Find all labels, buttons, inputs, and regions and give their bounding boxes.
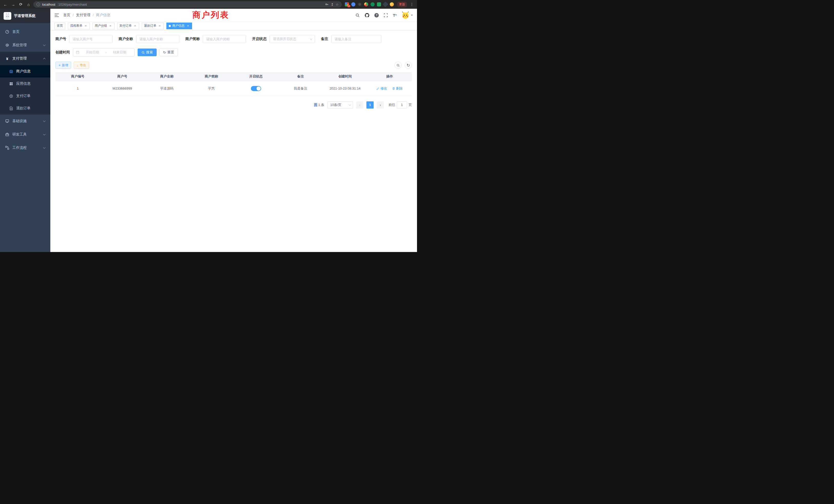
extension-icon-1[interactable]: 10 — [345, 2, 349, 6]
goto-page-input[interactable] — [397, 101, 407, 109]
column-header: 操作 — [368, 72, 412, 81]
sidebar-item-label: 商户信息 — [16, 69, 30, 74]
help-icon[interactable]: ? — [374, 13, 379, 18]
search-icon[interactable] — [355, 13, 360, 18]
search-button[interactable]: 搜索 — [138, 48, 157, 56]
home-icon[interactable]: ⌂ — [26, 2, 31, 7]
breadcrumb-current: 商户信息 — [96, 13, 110, 18]
extension-icon-4[interactable] — [364, 2, 368, 6]
tab-pay-order[interactable]: 支付订单× — [117, 23, 139, 29]
chrome-update-button[interactable]: 更新 — [397, 2, 407, 7]
chevron-down-icon — [43, 120, 46, 122]
chevron-down-icon — [43, 146, 46, 149]
breadcrumb-home[interactable]: 首页 — [63, 13, 70, 18]
fullscreen-icon[interactable] — [383, 13, 388, 18]
merchant-id-input[interactable] — [69, 35, 112, 43]
tab-home[interactable]: 首页 — [54, 23, 65, 29]
extension-icon-8[interactable] — [390, 2, 394, 6]
merchant-short-name-label: 商户简称 — [185, 37, 200, 41]
column-header: 商户号 — [100, 72, 145, 81]
share-icon[interactable]: ↥ — [331, 3, 333, 6]
tab-user-group[interactable]: 用户分组× — [92, 23, 114, 29]
sidebar-item-system[interactable]: 系统管理 — [0, 39, 50, 52]
sidebar-item-dev-tools[interactable]: 研发工具 — [0, 128, 50, 141]
app-logo[interactable]: 芋道管理系统 — [0, 9, 50, 23]
chevron-down-icon — [349, 103, 351, 106]
caret-down-icon — [411, 15, 413, 16]
delete-button[interactable]: 删除 — [392, 86, 403, 91]
edit-pen-icon — [376, 87, 379, 90]
sidebar-item-refund-order[interactable]: 退款订单 — [0, 102, 50, 114]
extension-icon-6[interactable] — [377, 2, 381, 6]
red-annotation-text: 商户列表 — [192, 9, 229, 21]
close-icon[interactable]: × — [84, 24, 88, 28]
extensions-area: 10 — [344, 2, 395, 6]
tags-view: 首页 流程表单× 用户分组× 支付订单× 退款订单× 商户信息× — [50, 22, 417, 30]
next-page-button[interactable]: › — [377, 101, 384, 109]
close-icon[interactable]: × — [133, 24, 137, 28]
cell-full-name: 芋道源码 — [145, 81, 189, 96]
breadcrumb: 首页 / 支付管理 / 商户信息 — [63, 13, 110, 18]
navbar-actions: ? TT — [355, 11, 413, 19]
page-info-icon[interactable]: i — [37, 3, 40, 6]
reload-icon[interactable]: ⟳ — [18, 2, 24, 7]
page-number-1[interactable]: 1 — [367, 101, 374, 109]
bookmark-star-icon[interactable]: ☆ — [336, 3, 339, 6]
tab-refund-order[interactable]: 退款订单× — [142, 23, 164, 29]
create-time-range-picker[interactable]: 开始日期 - 结束日期 — [73, 48, 135, 56]
user-menu[interactable] — [401, 11, 413, 19]
password-key-icon[interactable] — [325, 3, 329, 6]
browser-window: ← → ⟳ ⌂ i localhost :1024/pay/merchant ↥… — [0, 0, 417, 252]
font-size-icon[interactable]: TT — [393, 13, 397, 17]
extension-icon-7[interactable] — [382, 2, 389, 7]
close-icon[interactable]: × — [186, 24, 190, 28]
overflow-menu-icon[interactable]: ⋮ — [409, 2, 414, 6]
close-icon[interactable]: × — [158, 24, 161, 28]
forward-icon[interactable]: → — [10, 2, 16, 7]
address-bar[interactable]: i localhost :1024/pay/merchant ↥ ☆ — [34, 1, 342, 8]
cell-actions: 修改 删除 — [368, 81, 412, 96]
hamburger-icon[interactable] — [54, 13, 59, 17]
breadcrumb-separator: / — [73, 13, 74, 17]
sidebar-item-workflow[interactable]: 工作流程 — [0, 141, 50, 155]
github-icon[interactable] — [365, 13, 370, 18]
edit-button[interactable]: 修改 — [376, 86, 387, 91]
sidebar-item-label: 研发工具 — [12, 132, 27, 137]
reset-button[interactable]: ↻ 重置 — [159, 48, 178, 56]
sidebar-item-pay[interactable]: ¥ 支付管理 — [0, 52, 50, 65]
dashboard-icon — [5, 30, 9, 34]
sidebar-item-home[interactable]: 首页 — [0, 25, 50, 39]
export-button[interactable]: ↓ 导出 — [74, 62, 89, 69]
sidebar-item-infrastructure[interactable]: 基础设施 — [0, 114, 50, 128]
date-separator: - — [106, 50, 107, 54]
search-icon — [396, 64, 400, 67]
tab-process-form[interactable]: 流程表单× — [68, 23, 90, 29]
tab-merchant-info[interactable]: 商户信息× — [167, 23, 192, 29]
status-label: 开启状态 — [252, 37, 266, 41]
merchant-name-input[interactable] — [136, 35, 179, 43]
sidebar-item-pay-order[interactable]: 支付订单 — [0, 90, 50, 102]
refresh-table-button[interactable]: ↻ — [405, 62, 412, 69]
sidebar-item-app-info[interactable]: 应用信息 — [0, 77, 50, 90]
back-icon[interactable]: ← — [3, 2, 8, 7]
extension-icon-5[interactable] — [371, 2, 375, 6]
merchant-short-name-input[interactable] — [203, 35, 246, 43]
sidebar-item-merchant-info[interactable]: 商户信息 — [0, 65, 50, 77]
table-header-row: 商户编号 商户号 商户全称 商户简称 开启状态 备注 创建时间 操作 — [56, 72, 412, 81]
breadcrumb-pay[interactable]: 支付管理 — [76, 13, 90, 18]
page-size-select[interactable]: 10条/页 — [327, 101, 353, 109]
url-path-text: :1024/pay/merchant — [57, 3, 87, 6]
sidebar-item-label: 首页 — [12, 29, 20, 34]
prev-page-button[interactable]: ‹ — [356, 101, 363, 109]
status-select[interactable]: 请选择开启状态 — [270, 35, 315, 43]
monitor-icon — [5, 119, 9, 123]
close-icon[interactable]: × — [109, 24, 112, 28]
extension-icon-3[interactable] — [358, 2, 362, 6]
toggle-search-button[interactable] — [394, 62, 401, 69]
chevron-down-icon — [43, 44, 46, 46]
toolbox-icon — [5, 132, 9, 137]
add-button[interactable]: + 新增 — [56, 62, 71, 69]
status-toggle[interactable] — [251, 86, 261, 91]
extension-icon-2[interactable] — [351, 2, 355, 6]
remark-input[interactable] — [331, 35, 381, 43]
